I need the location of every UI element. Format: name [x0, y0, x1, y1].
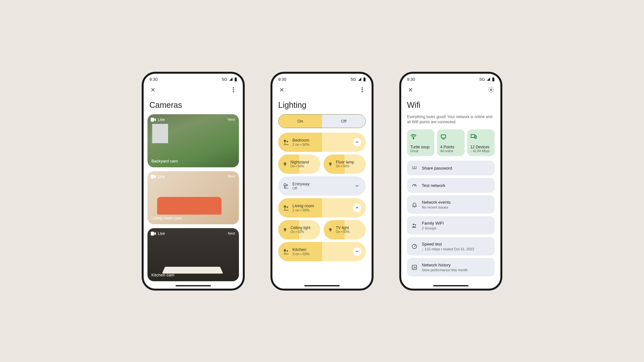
svg-rect-14 [284, 165, 286, 165]
wifi-card-devices[interactable]: 12 Devices ↓ 42.84 Mbps [467, 129, 495, 156]
svg-rect-16 [330, 165, 331, 165]
camera-label: Kitchen cam [151, 273, 175, 277]
lighting-screen: 9:30 5G Lighting On Off Bedroom2 on • 50… [270, 72, 374, 291]
status-bar: 9:30 5G [272, 74, 372, 83]
toggle-on-button[interactable]: On [279, 115, 322, 128]
light-ceiling[interactable]: Ceiling lightOn • 50% [278, 220, 320, 239]
svg-rect-21 [492, 78, 494, 81]
svg-point-3 [233, 89, 234, 90]
svg-point-19 [329, 228, 332, 230]
svg-rect-20 [330, 230, 331, 231]
live-label: Live [158, 174, 165, 179]
gear-icon[interactable] [488, 86, 495, 93]
status-bar: 9:30 5G [144, 74, 243, 83]
room-name: Entryway [292, 181, 353, 186]
chevron-up-icon[interactable] [353, 138, 361, 146]
lamp-off-icon [283, 183, 289, 189]
light-sub: On • 50% [336, 164, 354, 168]
home-indicator[interactable] [433, 285, 469, 286]
svg-point-32 [413, 224, 414, 225]
wifi-item-network-history[interactable]: Network historySlow performance this mon… [407, 258, 495, 276]
home-indicator[interactable] [304, 285, 340, 286]
wifi-item-family-wifi[interactable]: Family WiFi2 Groups [407, 216, 495, 235]
close-icon[interactable] [407, 86, 414, 93]
light-name: Ceiling light [290, 226, 310, 230]
svg-point-12 [362, 91, 363, 92]
toggle-off-button[interactable]: Off [322, 115, 365, 128]
bulb-icon [283, 227, 287, 232]
svg-point-29 [414, 167, 415, 168]
wifi-card-network[interactable]: Turtle soup Great [407, 129, 434, 156]
lamp-icon [283, 205, 289, 211]
home-indicator[interactable] [175, 285, 211, 286]
live-label: Live [158, 117, 165, 122]
bulb-icon [328, 162, 333, 166]
live-label: Live [158, 231, 165, 236]
room-bedroom[interactable]: Bedroom2 on • 50% [278, 133, 366, 152]
room-living-room[interactable]: Living room2 on • 50% [278, 198, 366, 218]
card-title: 12 Devices [470, 145, 491, 149]
room-sub: Off [292, 186, 353, 190]
wifi-item-speed-test[interactable]: Speed test↓ 115 mbps • tested Oct 31, 20… [407, 237, 495, 255]
page-title: Lighting [272, 97, 372, 114]
room-name: Kitchen [292, 247, 353, 252]
signal-icon [357, 77, 362, 81]
wifi-card-points[interactable]: 4 Points All online [437, 129, 464, 156]
password-icon [412, 165, 417, 171]
svg-rect-9 [364, 77, 365, 78]
svg-rect-26 [471, 135, 475, 137]
card-sub: Great [410, 149, 431, 153]
speedometer-icon [412, 182, 417, 188]
gauge-icon [412, 244, 417, 249]
network-label: 5G [351, 77, 356, 82]
camera-label: Living room cam [151, 216, 182, 220]
close-icon[interactable] [149, 86, 156, 93]
room-sub: 2 on • 50% [292, 208, 353, 212]
item-name: Test network [422, 183, 490, 188]
item-sub: 2 Groups [422, 226, 490, 230]
svg-point-15 [329, 162, 332, 165]
svg-point-30 [416, 167, 417, 168]
wifi-item-test-network[interactable]: Test network [407, 178, 495, 193]
svg-rect-7 [151, 232, 154, 236]
room-kitchen[interactable]: Kitchen3 on • 50% [278, 242, 366, 261]
more-icon[interactable] [359, 86, 366, 93]
light-sub: On • 50% [290, 230, 310, 234]
light-name: TV light [336, 226, 349, 230]
room-sub: 3 on • 50% [292, 252, 353, 256]
close-icon[interactable] [278, 86, 285, 93]
wifi-item-share-password[interactable]: Share password [407, 161, 495, 175]
camera-brand: Nest [228, 174, 235, 178]
room-entryway[interactable]: EntrywayOff [278, 176, 366, 196]
chevron-down-icon[interactable] [353, 182, 361, 190]
card-sub: All online [440, 149, 461, 153]
svg-rect-18 [284, 230, 286, 231]
svg-rect-31 [412, 169, 417, 169]
camera-brand: Nest [228, 231, 235, 235]
svg-point-33 [415, 224, 416, 225]
light-nightstand[interactable]: NightstandOn • 50% [278, 154, 320, 174]
camera-card-kitchen[interactable]: Live Nest Kitchen cam [147, 228, 239, 281]
card-sub: ↓ 42.84 Mbps [470, 149, 491, 153]
light-tv[interactable]: TV lightOn • 50% [324, 220, 366, 239]
more-icon[interactable] [230, 86, 237, 93]
chevron-up-icon[interactable] [353, 247, 361, 256]
svg-rect-27 [475, 136, 476, 138]
room-sub: 2 on • 50% [292, 143, 353, 146]
item-name: Speed test [422, 242, 490, 246]
light-floor-lamp[interactable]: Floor lampOn • 50% [324, 154, 366, 174]
family-icon [412, 223, 417, 228]
clock: 9:30 [407, 77, 415, 82]
svg-point-23 [490, 89, 492, 90]
svg-point-2 [233, 87, 234, 88]
camera-card-living-room[interactable]: Live Nest Living room cam [147, 171, 239, 224]
chart-icon [412, 265, 417, 270]
wifi-item-network-events[interactable]: Network eventsNo recent issues [407, 195, 495, 214]
page-title: Cameras [144, 97, 243, 114]
devices-icon [470, 133, 477, 140]
svg-point-13 [284, 162, 286, 165]
wifi-screen: 9:30 5G Wifi Everything looks good! Your… [399, 72, 502, 291]
camera-card-backyard[interactable]: Live Nest Backyard cam [147, 114, 239, 167]
network-label: 5G [479, 77, 485, 82]
chevron-up-icon[interactable] [353, 204, 361, 212]
